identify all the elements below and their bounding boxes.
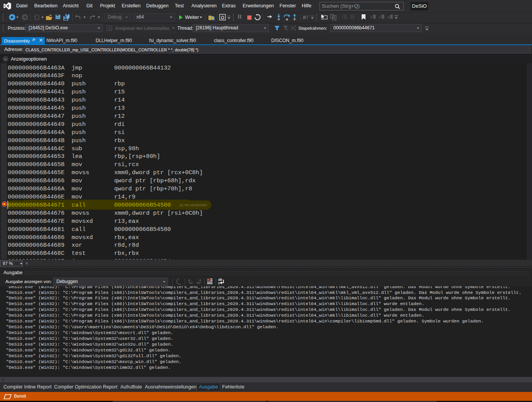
svg-text:c: c	[218, 281, 220, 285]
